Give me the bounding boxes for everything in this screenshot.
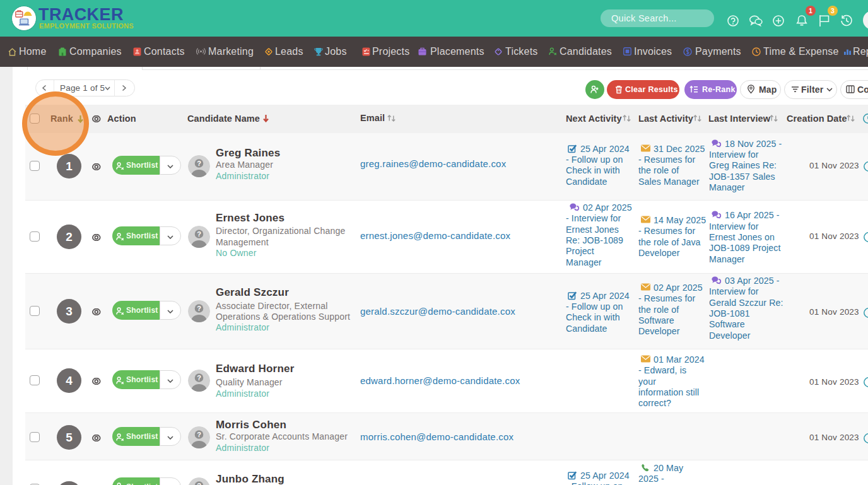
- svg-text:?: ?: [197, 482, 201, 485]
- svg-text:?: ?: [197, 160, 201, 167]
- svg-text:?: ?: [197, 230, 201, 238]
- svg-text:?: ?: [197, 431, 201, 438]
- svg-text:?: ?: [197, 305, 201, 312]
- svg-text:?: ?: [197, 374, 201, 382]
